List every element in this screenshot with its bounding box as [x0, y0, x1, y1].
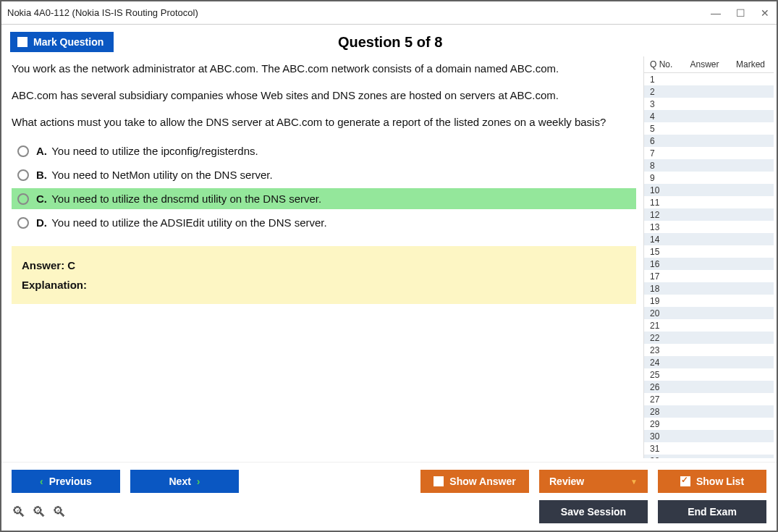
explanation-label: Explanation:: [22, 279, 626, 291]
question-paragraph: You work as the network administrator at…: [12, 61, 636, 77]
question-list-row[interactable]: 4: [644, 110, 774, 122]
question-pane: You work as the network administrator at…: [4, 56, 643, 458]
question-list-row[interactable]: 26: [644, 381, 774, 393]
checkbox-icon: [434, 476, 444, 486]
question-list-row[interactable]: 19: [644, 295, 774, 307]
question-list-row[interactable]: 27: [644, 393, 774, 405]
maximize-icon[interactable]: ☐: [735, 7, 746, 19]
zoom-out-icon[interactable]: 🔍︎: [52, 504, 67, 520]
question-list-row[interactable]: 18: [644, 282, 774, 295]
question-list-row[interactable]: 12: [644, 208, 774, 221]
question-list-row[interactable]: 14: [644, 233, 774, 245]
show-answer-button[interactable]: Show Answer: [420, 470, 529, 493]
end-exam-label: End Exam: [688, 506, 737, 518]
question-list-row[interactable]: 13: [644, 221, 774, 233]
zoom-controls: 🔍︎ 🔍︎ 🔍︎: [12, 504, 67, 520]
next-button[interactable]: Next ›: [130, 470, 239, 493]
review-button[interactable]: Review ▼: [539, 470, 648, 493]
col-marked: Marked: [730, 59, 771, 69]
show-list-button[interactable]: Show List: [658, 470, 766, 493]
question-list-row[interactable]: 2: [644, 85, 774, 98]
question-list-row[interactable]: 7: [644, 147, 774, 159]
option-text: A. You need to utilize the ipconfig/regi…: [36, 145, 258, 157]
save-session-button[interactable]: Save Session: [539, 500, 648, 523]
col-qno: Q No.: [650, 59, 679, 69]
question-list-row[interactable]: 6: [644, 135, 774, 147]
radio-icon[interactable]: [17, 193, 29, 205]
question-list-row[interactable]: 22: [644, 332, 774, 344]
question-list-row[interactable]: 3: [644, 98, 774, 110]
question-list-row[interactable]: 17: [644, 270, 774, 282]
question-list-row[interactable]: 16: [644, 258, 774, 270]
option-row[interactable]: C. You need to utilize the dnscmd utilit…: [12, 188, 636, 209]
question-list-header: Q No. Answer Marked: [644, 56, 774, 73]
zoom-reset-icon[interactable]: 🔍︎: [12, 504, 26, 520]
question-list-row[interactable]: 11: [644, 196, 774, 208]
minimize-icon[interactable]: —: [710, 7, 722, 19]
radio-icon[interactable]: [17, 145, 29, 157]
chevron-left-icon: ‹: [40, 476, 43, 487]
show-answer-label: Show Answer: [449, 476, 515, 487]
window-controls: — ☐ ✕: [710, 7, 771, 19]
question-list-row[interactable]: 10: [644, 184, 774, 196]
question-list-row[interactable]: 31: [644, 442, 774, 455]
question-list-row[interactable]: 32: [644, 455, 774, 458]
question-list-row[interactable]: 21: [644, 319, 774, 332]
header-row: Mark Question Question 5 of 8: [1, 25, 777, 56]
option-text: B. You need to NetMon utility on the DNS…: [36, 169, 273, 181]
question-list-row[interactable]: 30: [644, 430, 774, 442]
question-paragraph: What actions must you take to allow the …: [12, 114, 636, 130]
question-list-row[interactable]: 8: [644, 159, 774, 172]
next-label: Next: [169, 476, 190, 487]
option-text: D. You need to utilize the ADSIEdit util…: [36, 216, 327, 229]
option-text: C. You need to utilize the dnscmd utilit…: [36, 193, 321, 205]
question-list-row[interactable]: 1: [644, 73, 774, 85]
chevron-down-icon: ▼: [630, 478, 638, 486]
question-list-row[interactable]: 9: [644, 172, 774, 184]
close-icon[interactable]: ✕: [759, 7, 771, 19]
question-list-row[interactable]: 25: [644, 368, 774, 381]
radio-icon[interactable]: [17, 169, 29, 181]
chevron-right-icon: ›: [197, 476, 200, 487]
question-list-row[interactable]: 29: [644, 418, 774, 430]
question-list-row[interactable]: 15: [644, 245, 774, 258]
titlebar: Nokia 4A0-112 (Nokia IS-IS Routing Proto…: [1, 1, 777, 25]
question-list-row[interactable]: 24: [644, 356, 774, 368]
option-row[interactable]: B. You need to NetMon utility on the DNS…: [12, 164, 636, 185]
col-answer: Answer: [679, 59, 730, 69]
option-row[interactable]: A. You need to utilize the ipconfig/regi…: [12, 140, 636, 161]
option-row[interactable]: D. You need to utilize the ADSIEdit util…: [12, 212, 636, 233]
review-label: Review: [549, 476, 584, 487]
checkbox-checked-icon: [680, 476, 690, 486]
question-list-row[interactable]: 20: [644, 307, 774, 319]
content-area: You work as the network administrator at…: [1, 56, 777, 458]
question-list-row[interactable]: 28: [644, 405, 774, 418]
answer-box: Answer: C Explanation:: [12, 246, 636, 304]
show-list-label: Show List: [696, 476, 744, 487]
footer-row-secondary: 🔍︎ 🔍︎ 🔍︎ Save Session End Exam: [12, 500, 766, 523]
question-paragraph: ABC.com has several subsidiary companies…: [12, 88, 636, 104]
options-list: A. You need to utilize the ipconfig/regi…: [12, 140, 636, 233]
radio-icon[interactable]: [17, 217, 29, 229]
previous-button[interactable]: ‹ Previous: [12, 470, 120, 493]
question-list-row[interactable]: 23: [644, 344, 774, 356]
footer: ‹ Previous Next › Show Answer Review ▼ S…: [1, 462, 777, 531]
answer-label: Answer: C: [22, 259, 626, 271]
question-list-row[interactable]: 5: [644, 122, 774, 135]
question-list[interactable]: 1234567891011121314151617181920212223242…: [644, 73, 774, 458]
footer-row-primary: ‹ Previous Next › Show Answer Review ▼ S…: [12, 470, 766, 493]
question-counter: Question 5 of 8: [12, 34, 768, 51]
window-title: Nokia 4A0-112 (Nokia IS-IS Routing Proto…: [7, 7, 710, 18]
zoom-in-icon[interactable]: 🔍︎: [32, 504, 46, 520]
end-exam-button[interactable]: End Exam: [658, 500, 766, 523]
question-list-panel: Q No. Answer Marked 12345678910111213141…: [643, 56, 774, 458]
previous-label: Previous: [49, 476, 92, 487]
save-session-label: Save Session: [561, 506, 626, 518]
